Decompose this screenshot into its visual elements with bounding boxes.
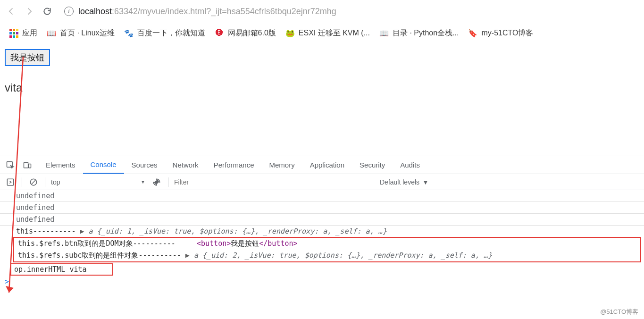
address-bar[interactable]: i localhost:63342/myvue/index.html?_ijt=… xyxy=(59,7,638,17)
bookmark-item[interactable]: 🔖my-51CTO博客 xyxy=(468,28,533,38)
tab-memory[interactable]: Memory xyxy=(262,156,302,174)
baidu-icon: 🐾 xyxy=(124,28,134,38)
bookmarks-bar: 应用 📖首页 · Linux运维 🐾百度一下，你就知道 🅔网易邮箱6.0版 🐸E… xyxy=(0,23,644,43)
inspect-icon[interactable] xyxy=(5,160,16,171)
svg-rect-3 xyxy=(24,162,28,168)
tab-security[interactable]: Security xyxy=(352,156,393,174)
device-toggle-icon[interactable] xyxy=(22,160,33,171)
filter-input[interactable] xyxy=(174,178,372,186)
annotation-highlight-box: this.$refs.btn取到的是DOM对象---------- <butto… xyxy=(13,237,641,262)
annotation-highlight-box: op.innerHTML vita xyxy=(10,263,113,276)
console-line: op.innerHTML vita xyxy=(14,265,87,274)
url-text: localhost:63342/myvue/index.html?_ijt=hs… xyxy=(78,7,336,17)
svg-point-8 xyxy=(155,180,159,184)
tab-audits[interactable]: Audits xyxy=(393,156,427,174)
apps-icon xyxy=(9,29,18,38)
tab-network[interactable]: Network xyxy=(165,156,206,174)
clear-console-icon[interactable] xyxy=(28,176,39,188)
back-icon[interactable] xyxy=(6,6,17,17)
svg-line-7 xyxy=(32,180,35,184)
console-line: this.$refs.subc取到的是组件对象---------- ▶ a {_… xyxy=(14,250,640,261)
chevron-down-icon: ▼ xyxy=(141,179,145,185)
cto-icon: 🔖 xyxy=(468,28,477,38)
console-prompt[interactable]: > xyxy=(0,276,644,288)
bookmark-item[interactable]: 📖目录 · Python全栈... xyxy=(379,28,459,38)
svg-rect-4 xyxy=(29,164,31,168)
apps-button[interactable]: 应用 xyxy=(9,28,37,38)
watermark: @51CTO博客 xyxy=(600,308,638,316)
console-line: undefined xyxy=(0,213,644,225)
bookmark-item[interactable]: 📖首页 · Linux运维 xyxy=(47,28,115,38)
devtools-tabs: Elements Console Sources Network Perform… xyxy=(0,156,644,174)
toggle-drawer-icon[interactable] xyxy=(5,176,16,188)
frog-icon: 🐸 xyxy=(285,28,295,38)
expand-icon[interactable]: ▶ xyxy=(80,227,88,235)
page-content: 我是按钮 vita xyxy=(0,43,644,100)
tab-elements[interactable]: Elements xyxy=(38,156,83,174)
expand-icon[interactable]: ▶ xyxy=(185,251,194,260)
netease-icon: 🅔 xyxy=(215,28,224,38)
context-selector[interactable]: top▼ xyxy=(51,178,145,186)
tab-application[interactable]: Application xyxy=(302,156,352,174)
browser-nav-bar: i localhost:63342/myvue/index.html?_ijt=… xyxy=(0,0,644,23)
svg-rect-5 xyxy=(7,179,13,185)
chevron-down-icon: ▼ xyxy=(422,178,429,186)
console-line: this.$refs.btn取到的是DOM对象---------- <butto… xyxy=(14,238,640,250)
tab-console[interactable]: Console xyxy=(83,156,124,174)
live-expression-icon[interactable] xyxy=(151,176,162,188)
console-line: undefined xyxy=(0,190,644,201)
bookmark-item[interactable]: 🐸ESXI 迁移至 KVM (... xyxy=(285,28,370,38)
devtools-panel: Elements Console Sources Network Perform… xyxy=(0,156,644,319)
console-line: this---------- ▶ a {_uid: 1, _isVue: tru… xyxy=(0,225,644,237)
forward-icon[interactable] xyxy=(24,6,35,17)
console-toolbar: top▼ Default levels▼ xyxy=(0,174,644,190)
reload-icon[interactable] xyxy=(42,6,53,17)
book-icon: 📖 xyxy=(379,28,389,38)
book-icon: 📖 xyxy=(47,28,56,38)
console-output: undefined undefined undefined this------… xyxy=(0,190,644,319)
bookmark-item[interactable]: 🅔网易邮箱6.0版 xyxy=(215,28,276,38)
log-levels-selector[interactable]: Default levels▼ xyxy=(380,178,429,186)
console-line: undefined xyxy=(0,201,644,213)
tab-sources[interactable]: Sources xyxy=(124,156,165,174)
demo-button[interactable]: 我是按钮 xyxy=(5,49,50,66)
page-text: vita xyxy=(5,81,639,94)
bookmark-item[interactable]: 🐾百度一下，你就知道 xyxy=(124,28,205,38)
site-info-icon[interactable]: i xyxy=(64,7,74,16)
tab-performance[interactable]: Performance xyxy=(206,156,262,174)
